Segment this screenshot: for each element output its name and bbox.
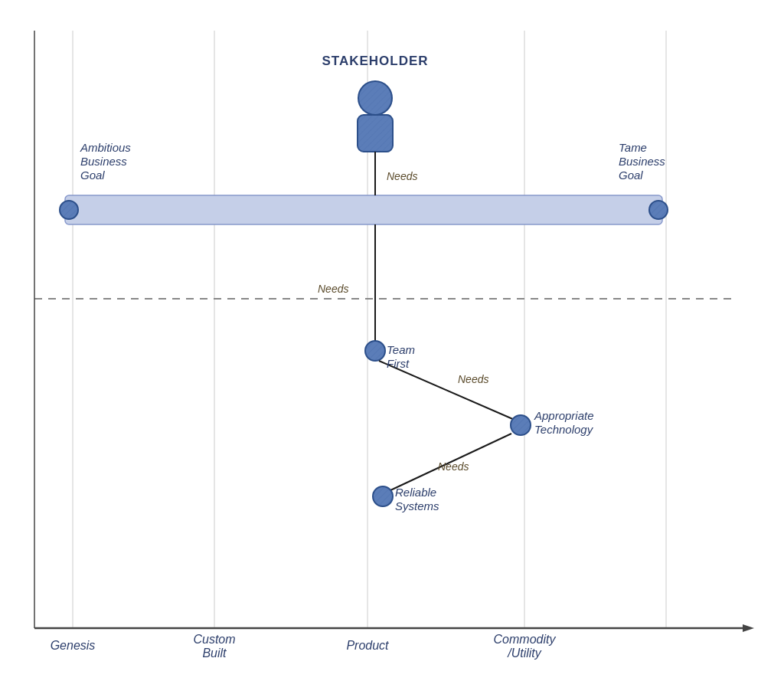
svg-point-14: [373, 486, 393, 506]
main-diagram: STAKEHOLDER Needs Ambitious Business Goa…: [0, 0, 784, 681]
x-label-utility: /Utility: [507, 647, 542, 660]
ambitious-goal-label: Ambitious: [80, 141, 131, 154]
svg-point-8: [60, 201, 78, 219]
stakeholder-label: STAKEHOLDER: [322, 54, 428, 68]
svg-point-10: [358, 81, 392, 115]
svg-rect-11: [358, 115, 393, 152]
svg-point-9: [649, 201, 668, 219]
svg-point-12: [365, 341, 385, 361]
x-label-genesis: Genesis: [51, 639, 96, 652]
tame-goal-label: Tame: [619, 141, 647, 154]
x-label-built: Built: [202, 647, 227, 660]
ambitious-goal-label-2: Business: [80, 155, 127, 168]
x-axis-arrow: [743, 624, 754, 632]
needs-label-4: Needs: [438, 460, 469, 473]
reliable-systems-label-2: Systems: [395, 499, 439, 512]
team-first-label-2: First: [387, 357, 410, 370]
needs-label-3: Needs: [458, 373, 488, 385]
appropriate-tech-label: Appropriate: [534, 409, 594, 422]
needs-label-1: Needs: [387, 170, 417, 182]
diagram-container: STAKEHOLDER Needs Ambitious Business Goa…: [0, 0, 784, 681]
svg-point-13: [511, 415, 531, 435]
needs-label-2: Needs: [318, 283, 348, 295]
team-first-label: Team: [387, 343, 415, 356]
ambitious-goal-label-3: Goal: [80, 169, 105, 182]
appropriate-tech-label-2: Technology: [534, 423, 594, 436]
x-label-commodity: Commodity: [494, 633, 557, 646]
reliable-systems-label: Reliable: [395, 486, 436, 499]
tame-goal-label-3: Goal: [619, 169, 643, 182]
x-label-product: Product: [346, 639, 389, 652]
business-goal-bar: [65, 195, 662, 224]
tame-goal-label-2: Business: [619, 155, 665, 168]
x-label-custom: Custom: [193, 633, 235, 646]
